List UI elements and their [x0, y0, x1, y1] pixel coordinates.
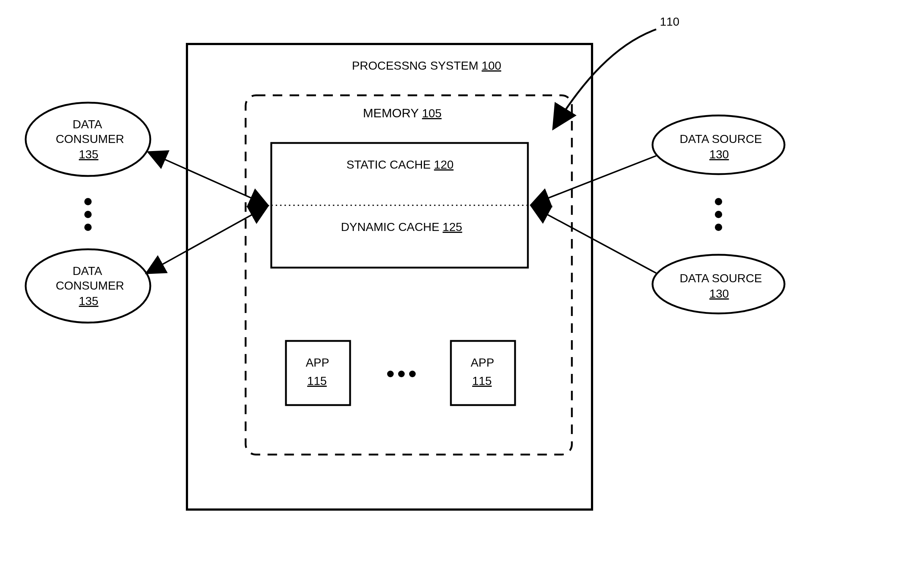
svg-point-0 [387, 371, 394, 377]
static-cache-label: STATIC CACHE 120 [346, 158, 454, 171]
svg-point-5 [84, 224, 92, 231]
data-consumer-1-l1: DATA [73, 118, 102, 131]
app-ellipsis [387, 371, 416, 377]
memory-box [246, 95, 572, 455]
callout-ref: 110 [660, 15, 679, 28]
svg-point-8 [715, 224, 722, 231]
svg-point-6 [715, 198, 722, 205]
svg-point-1 [398, 371, 405, 377]
data-consumer-2-l1: DATA [73, 264, 102, 278]
app-2-ref: 115 [472, 374, 492, 387]
source-arrow-1 [531, 156, 656, 205]
source-arrow-2 [531, 206, 656, 273]
data-consumer-1-ref: 135 [79, 148, 98, 161]
app-2-label: APP [471, 356, 494, 369]
consumer-arrow-1 [149, 152, 268, 205]
data-source-1-label: DATA SOURCE [680, 132, 762, 145]
dynamic-cache-label: DYNAMIC CACHE 125 [341, 220, 462, 234]
app-1-label: APP [306, 356, 329, 369]
data-consumer-2-l2: CONSUMER [56, 279, 124, 292]
app-box-1 [286, 341, 350, 405]
data-source-2-ref: 130 [710, 287, 729, 300]
source-ellipsis [715, 198, 722, 231]
app-box-2 [451, 341, 515, 405]
data-consumer-1-l2: CONSUMER [56, 132, 124, 145]
svg-point-7 [715, 211, 722, 218]
data-source-2-label: DATA SOURCE [680, 272, 762, 285]
svg-point-2 [409, 371, 416, 377]
processing-system-label: PROCESSNG SYSTEM 100 [352, 59, 501, 72]
svg-point-3 [84, 198, 92, 205]
app-1-ref: 115 [307, 374, 327, 387]
svg-point-4 [84, 211, 92, 218]
data-consumer-2-ref: 135 [79, 294, 98, 308]
diagram-canvas: PROCESSNG SYSTEM 100 MEMORY 105 STATIC C… [0, 0, 904, 588]
memory-label: MEMORY 105 [363, 106, 442, 120]
data-source-1-ref: 130 [710, 148, 729, 161]
consumer-ellipsis [84, 198, 92, 231]
consumer-arrow-2 [147, 206, 268, 273]
